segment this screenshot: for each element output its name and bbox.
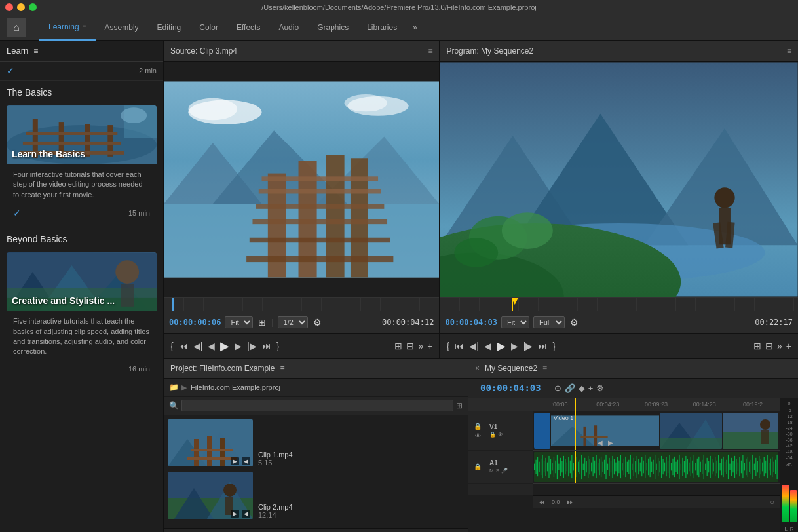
project-grid-icon[interactable]: ⊞: [456, 401, 463, 410]
tab-libraries[interactable]: Libraries: [358, 14, 406, 41]
card-beyond-basics[interactable]: Creative and Stylistic ... Five interact…: [7, 252, 157, 378]
program-settings-btn[interactable]: ⚙: [569, 317, 580, 328]
program-quality-select[interactable]: Full: [533, 316, 565, 328]
svg-rect-199: [728, 455, 729, 479]
source-ff-btn[interactable]: |▶: [247, 341, 257, 351]
v1-clip-person[interactable]: [723, 413, 778, 449]
v1-clip-mountain[interactable]: [660, 413, 722, 449]
program-rew-btn[interactable]: ◀|: [469, 341, 479, 351]
program-step-back-btn[interactable]: ⏮: [455, 341, 464, 351]
program-ff-btn[interactable]: |▶: [523, 341, 533, 351]
card-learn-basics[interactable]: Learn the Basics Four interactive tutori…: [7, 105, 157, 223]
seq-settings-btn[interactable]: ○: [770, 498, 774, 506]
seq-zoom-in-btn[interactable]: ⏭: [567, 498, 574, 506]
clip1-mark-out[interactable]: ◀: [242, 457, 250, 465]
center-top: Source: Clip 3.mp4 ≡: [164, 41, 798, 358]
source-mark-in-btn[interactable]: {: [170, 341, 174, 351]
source-play-btn[interactable]: ▶: [220, 339, 229, 353]
minimize-button[interactable]: [17, 3, 25, 11]
program-play-btn[interactable]: ▶: [497, 339, 506, 353]
program-more-btn[interactable]: »: [777, 341, 782, 351]
svg-point-35: [188, 98, 237, 121]
svg-rect-57: [220, 438, 225, 466]
seq-close-btn[interactable]: ×: [475, 364, 480, 373]
vu-top-label: 0: [788, 401, 791, 406]
program-next-btn[interactable]: ▶: [511, 341, 518, 351]
tab-learning[interactable]: Learning ≡: [39, 14, 96, 41]
learn-panel-header: Learn ≡: [0, 41, 163, 62]
program-add-btn[interactable]: +: [786, 341, 791, 351]
source-overwrite-btn[interactable]: ⊟: [406, 341, 414, 351]
project-search-input[interactable]: [181, 400, 453, 411]
a1-lock-icon[interactable]: 🔒: [474, 463, 482, 470]
source-prev-btn[interactable]: ◀: [208, 341, 215, 351]
source-panel-menu[interactable]: ≡: [428, 47, 432, 56]
learn-menu-icon[interactable]: ≡: [33, 47, 38, 56]
source-ratio-select[interactable]: 1/2: [278, 316, 308, 328]
seq-wrench-btn[interactable]: ⚙: [596, 383, 604, 393]
source-rew-btn[interactable]: ◀|: [193, 341, 203, 351]
program-extract-btn[interactable]: ⊟: [765, 341, 773, 351]
v1-clip-nav-right[interactable]: ▶: [608, 439, 613, 446]
program-prev-btn[interactable]: ◀: [484, 341, 491, 351]
source-insert-btn[interactable]: ⊞: [394, 341, 402, 351]
source-more-btn[interactable]: »: [418, 341, 423, 351]
svg-rect-111: [584, 458, 585, 476]
program-step-fwd-btn[interactable]: ⏭: [538, 341, 547, 351]
project-menu-icon[interactable]: ≡: [280, 364, 284, 373]
v1-clip-nav-left[interactable]: ◀: [598, 439, 603, 446]
svg-rect-198: [726, 460, 727, 474]
v1-clip-blue[interactable]: [534, 413, 550, 449]
program-mark-in-btn[interactable]: {: [446, 341, 449, 351]
source-step-fwd-btn[interactable]: ⏭: [262, 341, 271, 351]
source-settings-btn[interactable]: ⚙: [312, 317, 323, 328]
program-panel-menu[interactable]: ≡: [787, 47, 791, 56]
home-button[interactable]: ⌂: [7, 18, 26, 37]
tab-color[interactable]: Color: [190, 14, 227, 41]
close-button[interactable]: [5, 3, 13, 11]
source-step-back-btn[interactable]: ⏮: [179, 341, 188, 351]
seq-menu-icon[interactable]: ≡: [542, 364, 547, 373]
v1-sync-lock[interactable]: 🔒: [489, 432, 496, 438]
seq-add-marker-btn[interactable]: +: [588, 383, 594, 393]
svg-rect-6: [26, 132, 117, 135]
program-fit-select[interactable]: Fit: [501, 316, 529, 328]
tab-assembly[interactable]: Assembly: [96, 14, 148, 41]
tab-editing[interactable]: Editing: [148, 14, 191, 41]
source-mark-out-btn[interactable]: }: [276, 341, 280, 351]
source-fit-select[interactable]: Fit: [225, 316, 253, 328]
tab-graphics[interactable]: Graphics: [308, 14, 358, 41]
maximize-button[interactable]: [29, 3, 37, 11]
clip2-mark-out[interactable]: ◀: [242, 510, 250, 518]
ruler-marks: :00:00 00:04:23 00:09:23 00:14:23 00:19:…: [535, 401, 777, 408]
clip1-mark-in[interactable]: ▶: [231, 457, 239, 465]
source-next-btn[interactable]: ▶: [235, 341, 242, 351]
v1-clip-pier[interactable]: Video 1 ◀ ▶: [551, 413, 659, 449]
seq-zoom-out-btn[interactable]: ⏮: [538, 498, 545, 506]
svg-rect-28: [261, 176, 378, 181]
a1-solo[interactable]: S: [496, 468, 499, 474]
v1-eye-icon[interactable]: 👁: [475, 432, 481, 439]
v1-visible[interactable]: 👁: [498, 432, 503, 438]
svg-rect-225: [770, 459, 771, 475]
source-add-btn[interactable]: +: [427, 341, 432, 351]
source-expand-btn[interactable]: ⊞: [257, 317, 267, 328]
seq-marker-btn[interactable]: ◆: [579, 383, 585, 393]
seq-link-btn[interactable]: 🔗: [565, 383, 575, 393]
vu-meter: 0 -6 -12 -18 -24 -30 -36 -42 -48 -54 dB: [780, 398, 798, 532]
clip2-mark-in[interactable]: ▶: [231, 510, 239, 518]
program-lift-btn[interactable]: ⊞: [753, 341, 761, 351]
program-mark-out-btn[interactable]: }: [552, 341, 556, 351]
program-timeline-bar[interactable]: [440, 297, 798, 311]
svg-rect-202: [732, 461, 733, 473]
more-workspaces-button[interactable]: »: [406, 23, 424, 32]
source-timeline-bar[interactable]: [164, 297, 439, 311]
tab-audio[interactable]: Audio: [269, 14, 308, 41]
tab-effects[interactable]: Effects: [227, 14, 269, 41]
v1-lock-icon[interactable]: 🔒: [474, 423, 482, 430]
vu-db-label: dB: [786, 463, 792, 467]
a1-mute[interactable]: M: [489, 468, 494, 474]
svg-rect-223: [767, 455, 768, 478]
seq-magnet-btn[interactable]: ⊙: [554, 383, 561, 393]
a1-record[interactable]: 🎤: [501, 468, 508, 474]
